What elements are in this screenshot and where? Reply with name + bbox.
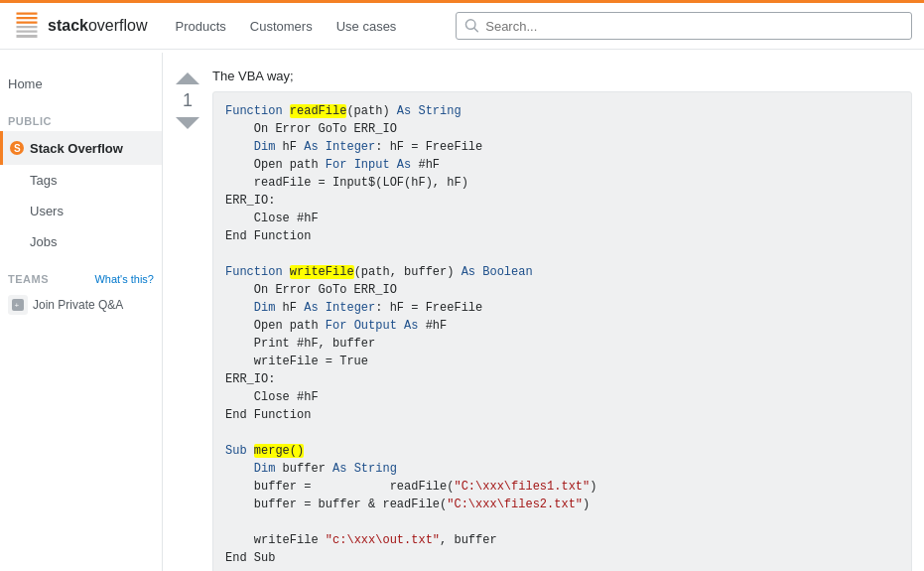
content-area: 1 The VBA way; Function readFile(path) A… [163,53,924,571]
team-icon: + [8,295,28,315]
sidebar-join-private[interactable]: + Join Private Q&A [0,289,162,321]
code-block: Function readFile(path) As String On Err… [212,91,912,571]
join-private-label: Join Private Q&A [33,298,123,312]
sidebar-item-tags[interactable]: Tags [0,165,162,196]
stackoverflow-icon: S [8,139,26,157]
sidebar: Home PUBLIC S Stack Overflow Tags Users … [0,53,163,571]
svg-rect-2 [17,26,38,28]
svg-rect-1 [17,31,38,33]
nav-use-cases[interactable]: Use cases [325,3,409,49]
vote-up-button[interactable] [176,72,199,84]
svg-text:+: + [15,301,20,310]
logo-text: stackoverflow [48,17,148,35]
sidebar-item-stackoverflow[interactable]: S Stack Overflow [0,131,162,165]
sidebar-item-users[interactable]: Users [0,196,162,226]
svg-text:S: S [14,143,21,154]
topbar: stackoverflow Products Customers Use cas… [0,0,924,50]
search-icon [464,18,479,34]
code-wrapper: The VBA way; Function readFile(path) As … [212,65,924,571]
sidebar-tags-label: Tags [30,173,57,188]
svg-line-7 [474,28,477,31]
main-layout: Home PUBLIC S Stack Overflow Tags Users … [0,53,924,571]
intro-text: The VBA way; [212,69,912,83]
svg-rect-3 [17,22,38,24]
nav-customers[interactable]: Customers [238,3,325,49]
svg-rect-5 [17,13,38,15]
question-area: 1 The VBA way; Function readFile(path) A… [163,53,924,571]
search-input[interactable] [485,19,903,34]
vote-down-button[interactable] [176,117,199,129]
sidebar-stackoverflow-label: Stack Overflow [30,141,123,156]
logo[interactable]: stackoverflow [12,8,148,44]
sidebar-item-home[interactable]: Home [0,69,162,99]
sidebar-jobs-label: Jobs [30,234,57,249]
sidebar-item-jobs[interactable]: Jobs [0,226,162,257]
vote-column: 1 [163,65,212,571]
sidebar-public-section: PUBLIC [0,99,162,131]
search-bar [456,12,912,40]
nav-products[interactable]: Products [164,3,238,49]
vote-count: 1 [183,90,193,111]
svg-rect-4 [17,17,38,19]
sidebar-home-label: Home [8,76,43,91]
svg-rect-0 [17,35,38,38]
teams-header: TEAMS What's this? [0,257,162,289]
teams-label: TEAMS [8,273,49,285]
nav-links: Products Customers Use cases [164,3,457,49]
whats-this-link[interactable]: What's this? [94,273,154,285]
sidebar-users-label: Users [30,204,64,218]
